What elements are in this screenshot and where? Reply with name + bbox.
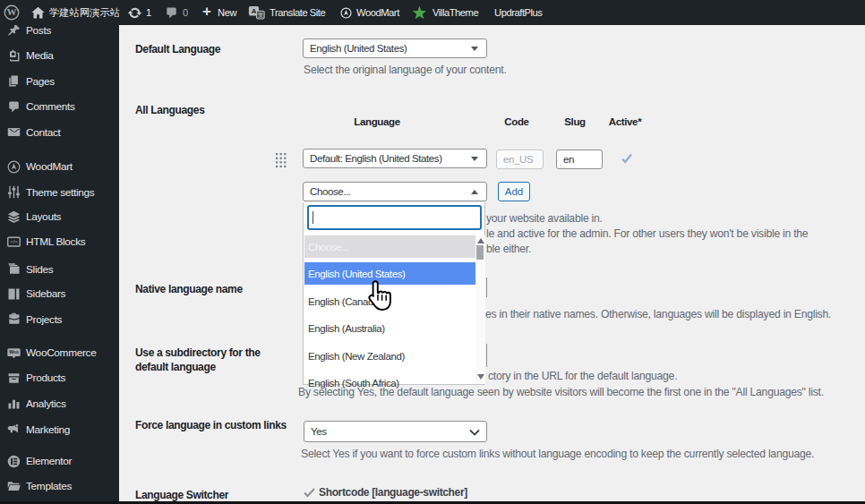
svg-text:</>: </> [10, 239, 18, 244]
svg-text:W: W [7, 6, 18, 17]
svg-text:A: A [252, 7, 257, 15]
svg-text:Woo: Woo [9, 349, 19, 355]
svg-text:文: 文 [258, 12, 264, 18]
